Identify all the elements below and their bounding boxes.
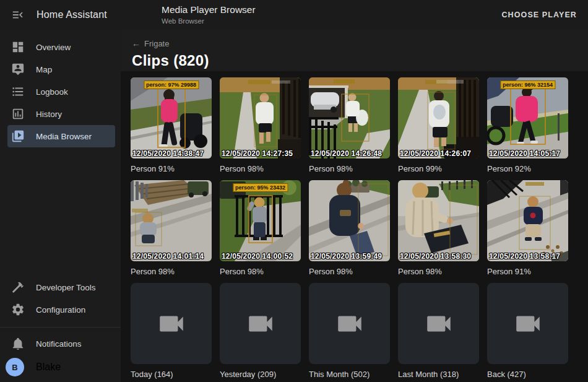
clip-card[interactable]: 12/05/2020 13:58:17 Person 91% <box>487 180 568 277</box>
clip-timestamp: 12/05/2020 13:58:17 <box>489 252 560 261</box>
page-title: Clips (820) <box>132 52 577 69</box>
app-bar: Home Assistant Media Player Browser Web … <box>0 0 588 30</box>
clip-timestamp: 12/05/2020 14:38:47 <box>132 149 204 158</box>
folder-caption: Today (164) <box>131 370 212 380</box>
clip-scene <box>309 77 390 158</box>
play-box-multiple-icon <box>11 129 25 143</box>
clip-caption: Person 98% <box>309 267 390 277</box>
dashboard-icon <box>11 40 25 54</box>
clip-timestamp: 12/05/2020 14:26:07 <box>400 149 471 158</box>
clip-card[interactable]: person: 96% 32154 12/05/2020 14:05:17 Pe… <box>487 77 568 174</box>
back-link-frigate[interactable]: ← Frigate <box>132 38 169 48</box>
detection-chip: person: 95% 23432 <box>233 183 288 192</box>
folder-card-yesterday[interactable]: Yesterday (209) <box>220 283 301 380</box>
clip-scene <box>131 180 212 261</box>
folder-tile <box>309 283 390 364</box>
clip-thumbnail: 12/05/2020 14:26:48 <box>309 77 390 158</box>
back-arrow-icon: ← <box>132 38 141 48</box>
clip-timestamp: 12/05/2020 14:01:14 <box>132 252 204 261</box>
sidebar-item-notifications[interactable]: Notifications <box>0 332 121 355</box>
list-icon <box>11 85 25 98</box>
media-browser-content: ← Frigate Clips (820) <box>121 30 588 382</box>
clip-scene <box>487 77 568 158</box>
folder-tile <box>220 283 301 364</box>
sidebar-spacer <box>0 147 121 276</box>
folder-caption: Back (427) <box>487 370 568 380</box>
sidebar-item-map[interactable]: Map <box>0 58 121 80</box>
clip-timestamp: 12/05/2020 14:26:48 <box>311 149 382 158</box>
folder-tile <box>487 283 568 364</box>
clip-caption: Person 99% <box>398 164 479 174</box>
clip-thumbnail: 12/05/2020 14:27:35 <box>220 77 301 158</box>
folder-caption: Yesterday (209) <box>220 370 301 380</box>
clip-card[interactable]: person: 97% 29988 12/05/2020 14:38:47 Pe… <box>131 77 212 174</box>
video-camera-icon <box>512 308 543 339</box>
video-camera-icon <box>156 308 187 339</box>
clip-caption: Person 98% <box>131 267 212 277</box>
choose-player-button[interactable]: CHOOSE PLAYER <box>495 0 583 30</box>
clip-card[interactable]: 12/05/2020 14:26:48 Person 98% <box>309 77 390 174</box>
folder-caption: Last Month (318) <box>398 370 479 380</box>
clip-scene <box>220 77 301 158</box>
folder-card-back[interactable]: Back (427) <box>487 283 568 380</box>
clip-card[interactable]: 12/05/2020 14:26:07 Person 99% <box>398 77 479 174</box>
clip-thumbnail: 12/05/2020 14:01:14 <box>131 180 212 261</box>
folder-card-today[interactable]: Today (164) <box>131 283 212 380</box>
map-account-icon <box>11 63 25 76</box>
content-header: ← Frigate Clips (820) <box>121 30 588 71</box>
chart-box-icon <box>11 107 25 121</box>
clip-card[interactable]: person: 95% 23432 12/05/2020 14:00:52 Pe… <box>220 180 301 277</box>
clip-card[interactable]: 12/05/2020 14:01:14 Person 98% <box>131 180 212 277</box>
clip-card[interactable]: 12/05/2020 13:58:30 Person 98% <box>398 180 479 277</box>
sidebar-item-configuration[interactable]: Configuration <box>0 298 121 321</box>
sidebar-item-label: Media Browser <box>36 132 92 141</box>
bell-icon <box>11 337 25 350</box>
clip-scene <box>398 180 479 261</box>
profile-name: Blake <box>36 362 61 373</box>
clip-timestamp: 12/05/2020 13:59:49 <box>311 252 382 261</box>
clip-caption: Person 91% <box>487 267 568 277</box>
sidebar-profile[interactable]: B Blake <box>0 355 121 380</box>
sidebar-item-history[interactable]: History <box>0 103 121 125</box>
clip-scene <box>309 180 390 261</box>
sidebar-item-logbook[interactable]: Logbook <box>0 80 121 103</box>
clip-thumbnail: 12/05/2020 13:58:17 <box>487 180 568 261</box>
clip-timestamp: 12/05/2020 13:58:30 <box>400 252 471 261</box>
folder-caption: This Month (502) <box>309 370 390 380</box>
sidebar-item-label: History <box>36 110 62 119</box>
menu-open-icon <box>11 8 25 22</box>
folder-card-this-month[interactable]: This Month (502) <box>309 283 390 380</box>
clip-scene <box>220 180 301 261</box>
sidebar-item-label: Configuration <box>36 305 85 315</box>
sidebar-item-label: Notifications <box>36 339 82 349</box>
sidebar-item-label: Map <box>36 65 52 74</box>
media-player-subtitle: Web Browser <box>162 17 256 25</box>
sidebar-item-developer-tools[interactable]: Developer Tools <box>0 276 121 298</box>
video-camera-icon <box>334 308 365 339</box>
sidebar: Overview Map Logbook History Media Brows… <box>0 30 121 382</box>
clip-thumbnail: 12/05/2020 14:26:07 <box>398 77 479 158</box>
clip-scene <box>131 77 212 158</box>
sidebar-toggle-button[interactable] <box>10 7 26 23</box>
clip-caption: Person 98% <box>309 164 390 174</box>
sidebar-divider <box>0 327 121 328</box>
media-player-title-block: Media Player Browser Web Browser <box>162 4 256 25</box>
sidebar-item-label: Developer Tools <box>36 283 96 292</box>
clip-card[interactable]: 12/05/2020 14:27:35 Person 98% <box>220 77 301 174</box>
detection-chip: person: 96% 32154 <box>500 80 555 89</box>
clip-thumbnail: 12/05/2020 13:58:30 <box>398 180 479 261</box>
clip-timestamp: 12/05/2020 14:05:17 <box>489 149 560 158</box>
folder-tile <box>398 283 479 364</box>
sidebar-item-overview[interactable]: Overview <box>0 36 121 58</box>
clip-thumbnail: person: 97% 29988 12/05/2020 14:38:47 <box>131 77 212 158</box>
clip-timestamp: 12/05/2020 14:27:35 <box>222 149 293 158</box>
folder-card-last-month[interactable]: Last Month (318) <box>398 283 479 380</box>
clip-card[interactable]: 12/05/2020 13:59:49 Person 98% <box>309 180 390 277</box>
video-camera-icon <box>423 308 454 339</box>
sidebar-item-label: Overview <box>36 43 71 52</box>
clip-thumbnail: person: 95% 23432 12/05/2020 14:00:52 <box>220 180 301 261</box>
video-camera-icon <box>245 308 276 339</box>
clip-thumbnail: 12/05/2020 13:59:49 <box>309 180 390 261</box>
sidebar-item-media-browser[interactable]: Media Browser <box>7 125 115 147</box>
clip-scene <box>398 77 479 158</box>
